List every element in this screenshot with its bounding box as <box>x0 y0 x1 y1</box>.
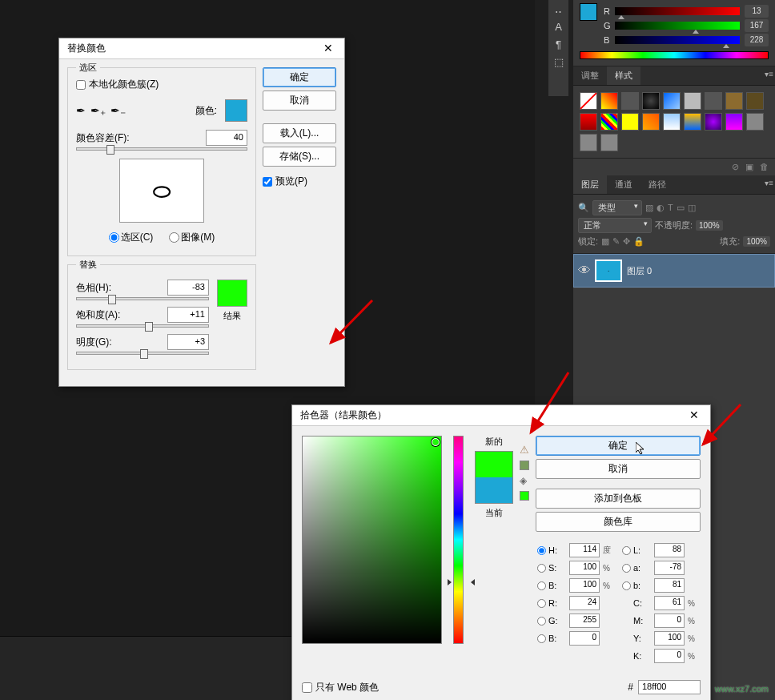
ok-button[interactable]: 确定 <box>536 436 701 456</box>
g-value[interactable]: 167 <box>745 19 769 32</box>
lock-pos-icon[interactable]: ✥ <box>623 236 630 247</box>
style-swatch[interactable] <box>642 92 660 110</box>
blend-mode[interactable]: 正常 <box>578 218 652 233</box>
lab-b-radio[interactable] <box>622 581 631 590</box>
r-value[interactable]: 13 <box>745 5 769 18</box>
lightness-value[interactable]: +3 <box>167 334 209 350</box>
layer-thumbnail[interactable]: · <box>595 259 622 282</box>
style-swatch[interactable] <box>580 134 597 151</box>
r-value[interactable]: 24 <box>569 596 600 610</box>
lock-paint-icon[interactable]: ✎ <box>612 236 620 247</box>
r-slider[interactable] <box>615 7 740 15</box>
y-value[interactable]: 100 <box>654 631 685 646</box>
image-radio[interactable]: 图像(M) <box>169 231 215 244</box>
h-radio[interactable] <box>537 546 546 555</box>
style-swatch[interactable] <box>663 113 681 131</box>
m-value[interactable]: 0 <box>654 614 685 628</box>
b-radio[interactable] <box>537 581 546 590</box>
s-value[interactable]: 100 <box>569 561 600 575</box>
tab-styles[interactable]: 样式 <box>607 66 640 85</box>
style-swatch[interactable] <box>684 113 701 131</box>
b-value[interactable]: 100 <box>569 578 600 593</box>
style-swatch[interactable] <box>705 92 722 110</box>
lock-all-icon[interactable]: 🔒 <box>633 236 644 247</box>
fuzziness-slider[interactable] <box>76 147 247 151</box>
bb-radio[interactable] <box>537 634 546 643</box>
color-field[interactable] <box>302 436 442 644</box>
l-value[interactable]: 88 <box>654 543 685 557</box>
style-swatch[interactable] <box>705 113 722 131</box>
style-swatch[interactable] <box>746 92 764 110</box>
cancel-button[interactable]: 取消 <box>536 459 701 479</box>
saturation-slider[interactable] <box>76 324 209 328</box>
color-libraries-button[interactable]: 颜色库 <box>536 512 701 532</box>
hue-bar[interactable] <box>580 51 769 59</box>
tool-text[interactable]: A <box>548 18 568 35</box>
new-style-icon[interactable]: ▣ <box>745 162 753 172</box>
close-icon[interactable]: ✕ <box>320 42 336 55</box>
h-value[interactable]: 114 <box>569 543 600 557</box>
saturation-value[interactable]: +11 <box>167 307 209 323</box>
b-value[interactable]: 228 <box>745 34 769 46</box>
tool-para[interactable]: ¶ <box>548 35 568 53</box>
hue-strip[interactable] <box>453 436 464 644</box>
g-slider[interactable] <box>615 22 740 30</box>
style-swatch[interactable] <box>725 92 743 110</box>
filter-pixel-icon[interactable]: ▨ <box>645 203 653 213</box>
layer-row[interactable]: 👁 · 图层 0 <box>573 254 775 288</box>
localized-clusters-checkbox[interactable]: 本地化颜色簇(Z) <box>76 78 247 91</box>
opacity-value[interactable]: 100% <box>696 220 723 231</box>
color-handle[interactable] <box>432 438 440 446</box>
delete-style-icon[interactable]: 🗑 <box>760 162 769 172</box>
bb-value[interactable]: 0 <box>569 631 600 646</box>
new-color-swatch[interactable] <box>476 452 512 477</box>
cancel-button[interactable]: 取消 <box>263 91 336 111</box>
eyedropper-icon[interactable]: ✒ <box>76 104 86 117</box>
a-value[interactable]: -78 <box>654 561 685 575</box>
lightness-slider[interactable] <box>76 352 209 355</box>
load-button[interactable]: 载入(L)... <box>263 123 336 143</box>
filter-kind[interactable]: 类型 <box>592 200 642 215</box>
panel-menu-icon[interactable]: ▾≡ <box>765 179 773 187</box>
tool-3d[interactable]: ⬚ <box>548 53 568 70</box>
hue-value[interactable]: -83 <box>167 280 209 296</box>
websafe-warning-icon[interactable]: ◈ <box>520 475 529 486</box>
gamut-warning-icon[interactable]: ⚠ <box>520 444 529 456</box>
tab-layers[interactable]: 图层 <box>573 175 607 194</box>
tab-paths[interactable]: 路径 <box>640 175 674 194</box>
fuzziness-value[interactable]: 40 <box>206 130 247 146</box>
c-value[interactable]: 61 <box>654 596 685 610</box>
gamut-warning-swatch[interactable] <box>520 461 529 470</box>
l-radio[interactable] <box>622 546 631 555</box>
eyedropper-plus-icon[interactable]: ✒₊ <box>90 104 106 117</box>
preview-checkbox[interactable]: 预览(P) <box>263 175 336 188</box>
style-swatch[interactable] <box>580 92 597 110</box>
result-color-swatch[interactable] <box>217 280 247 307</box>
layer-name[interactable]: 图层 0 <box>627 265 652 277</box>
k-value[interactable]: 0 <box>654 649 685 663</box>
style-swatch[interactable] <box>580 113 597 131</box>
style-swatch[interactable] <box>621 113 639 131</box>
lab-b-value[interactable]: 81 <box>654 578 685 593</box>
web-only-checkbox[interactable]: 只有 Web 颜色 <box>302 681 379 694</box>
style-swatch[interactable] <box>725 113 743 131</box>
r-radio[interactable] <box>537 599 546 608</box>
tab-channels[interactable]: 通道 <box>607 175 640 194</box>
style-swatch[interactable] <box>746 113 764 131</box>
close-icon[interactable]: ✕ <box>686 408 702 422</box>
lock-trans-icon[interactable]: ▩ <box>601 236 609 247</box>
s-radio[interactable] <box>537 564 546 573</box>
foreground-swatch[interactable] <box>580 3 597 21</box>
filter-shape-icon[interactable]: ▭ <box>677 203 685 213</box>
add-swatch-button[interactable]: 添加到色板 <box>536 489 701 509</box>
hue-slider[interactable] <box>76 297 209 300</box>
clear-style-icon[interactable]: ⊘ <box>732 162 739 172</box>
style-swatch[interactable] <box>663 92 681 110</box>
g-value[interactable]: 255 <box>569 614 600 628</box>
style-swatch[interactable] <box>684 92 701 110</box>
selection-radio[interactable]: 选区(C) <box>109 231 154 244</box>
save-button[interactable]: 存储(S)... <box>263 147 336 167</box>
tool-slot[interactable]: ‥ <box>548 0 568 18</box>
eye-icon[interactable]: 👁 <box>579 265 590 276</box>
eyedropper-minus-icon[interactable]: ✒₋ <box>110 104 126 117</box>
